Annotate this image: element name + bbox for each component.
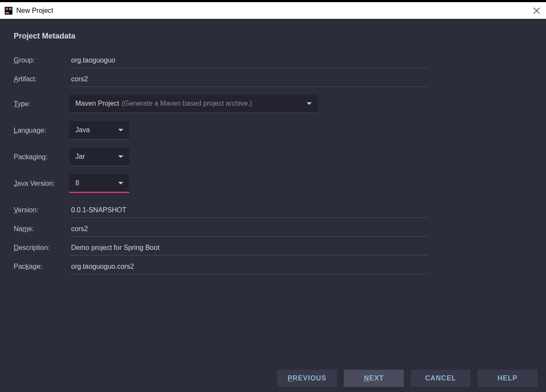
language-select-value: Java xyxy=(75,126,90,134)
version-input[interactable] xyxy=(69,202,428,218)
row-description: Description: xyxy=(14,240,532,255)
chevron-down-icon xyxy=(118,182,123,184)
label-language: Language: xyxy=(14,127,69,134)
label-name: Name: xyxy=(14,225,69,233)
label-artifact: Artifact: xyxy=(14,75,69,83)
label-version: Version: xyxy=(14,206,69,214)
chevron-down-icon xyxy=(307,102,312,105)
row-artifact: Artifact: xyxy=(14,71,532,87)
row-type: Type: Maven Project (Generate a Maven ba… xyxy=(14,95,532,113)
type-select-value: Maven Project xyxy=(75,100,119,107)
dialog-titlebar: New Project xyxy=(0,0,546,19)
language-select[interactable]: Java xyxy=(69,121,129,140)
artifact-input[interactable] xyxy=(69,71,428,87)
row-name: Name: xyxy=(14,221,532,237)
help-button[interactable]: HELP xyxy=(477,370,537,387)
dialog-body: Project Metadata Group: Artifact: Type: … xyxy=(0,19,546,365)
label-package: Package: xyxy=(14,263,69,270)
label-java-version: Java Version: xyxy=(14,180,69,187)
group-input[interactable] xyxy=(69,53,428,68)
package-input[interactable] xyxy=(69,259,428,274)
packaging-select-value: Jar xyxy=(75,153,85,160)
row-java-version: Java Version: 8 xyxy=(14,174,532,193)
label-type: Type: xyxy=(14,100,69,108)
previous-button[interactable]: PREVIOUS xyxy=(277,370,337,387)
row-language: Language: Java xyxy=(14,121,532,140)
svg-rect-1 xyxy=(6,8,8,10)
next-button[interactable]: NEXT xyxy=(344,370,404,387)
label-packaging: Packaging: xyxy=(14,153,69,161)
label-group: Group: xyxy=(14,56,69,64)
row-group: Group: xyxy=(14,53,532,68)
section-title: Project Metadata xyxy=(14,32,532,41)
dialog-footer: PREVIOUS NEXT CANCEL HELP xyxy=(0,365,546,392)
type-select[interactable]: Maven Project (Generate a Maven based pr… xyxy=(69,95,318,113)
description-input[interactable] xyxy=(69,240,428,255)
dialog-title: New Project xyxy=(16,7,531,15)
label-description: Description: xyxy=(14,244,69,252)
chevron-down-icon xyxy=(118,129,123,131)
svg-rect-2 xyxy=(9,8,12,10)
cancel-button[interactable]: CANCEL xyxy=(411,370,471,387)
chevron-down-icon xyxy=(118,155,123,158)
row-package: Package: xyxy=(14,259,532,274)
name-input[interactable] xyxy=(69,221,428,237)
java-version-select-value: 8 xyxy=(75,179,79,187)
svg-rect-3 xyxy=(6,12,9,13)
java-version-select[interactable]: 8 xyxy=(69,174,129,193)
type-select-hint: (Generate a Maven based project archive.… xyxy=(122,100,252,107)
row-packaging: Packaging: Jar xyxy=(14,148,532,166)
row-version: Version: xyxy=(14,202,532,218)
intellij-icon xyxy=(4,6,13,15)
close-icon[interactable] xyxy=(531,6,542,16)
packaging-select[interactable]: Jar xyxy=(69,148,129,166)
